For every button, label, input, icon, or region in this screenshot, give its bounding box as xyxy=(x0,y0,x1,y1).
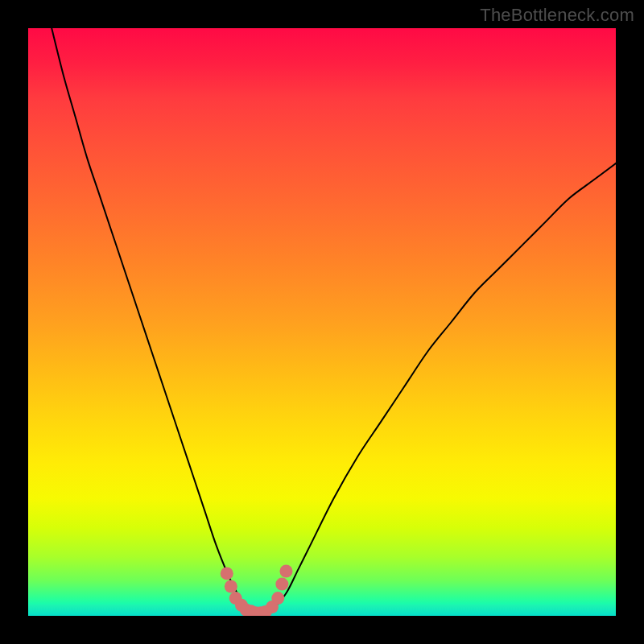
bottleneck-curve xyxy=(52,28,616,613)
valley-markers xyxy=(221,565,293,616)
curve-layer xyxy=(28,28,616,616)
valley-marker xyxy=(221,567,233,580)
plot-area xyxy=(28,28,616,616)
chart-frame: TheBottleneck.com xyxy=(0,0,644,644)
valley-marker xyxy=(275,578,288,591)
valley-marker xyxy=(271,592,284,605)
watermark-label: TheBottleneck.com xyxy=(480,5,634,26)
valley-marker xyxy=(279,565,292,578)
valley-marker xyxy=(225,580,237,593)
